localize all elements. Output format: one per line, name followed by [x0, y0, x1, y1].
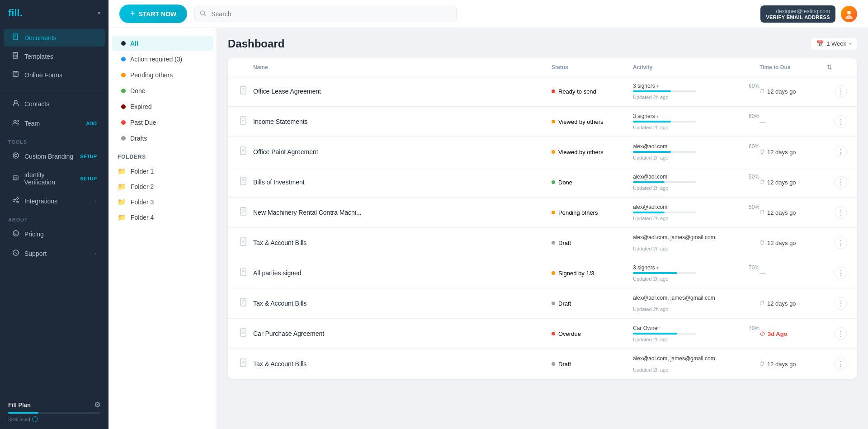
table-row[interactable]: Tax & Account Bills Draft alex@aol.com, … — [228, 228, 857, 258]
clock-icon: ⏱ — [760, 361, 765, 367]
signers-chevron-icon: ▾ — [656, 84, 659, 89]
sidebar-item-templates[interactable]: Templates — [4, 47, 105, 65]
row-menu-button[interactable]: ⋮ — [835, 236, 847, 249]
row-menu-button[interactable]: ⋮ — [835, 267, 847, 279]
status-cell: Draft — [552, 300, 633, 307]
plan-used: 33% used ⓘ — [8, 415, 100, 424]
time-value: 12 days go — [767, 149, 796, 156]
table-row[interactable]: Tax & Account Bills Draft alex@aol.com, … — [228, 349, 857, 379]
plus-icon: + — [130, 9, 135, 19]
filter-item-pending-others[interactable]: Pending others — [112, 67, 213, 83]
status-dot — [552, 332, 555, 335]
plan-settings-icon[interactable]: ⚙ — [94, 401, 100, 409]
sidebar-logo[interactable]: fill. ▾ — [0, 0, 108, 26]
sidebar-bottom: Fill Plan ⚙ 33% used ⓘ — [0, 395, 108, 429]
folder-item-folder4[interactable]: 📁Folder 4 — [108, 210, 217, 225]
document-icon — [235, 177, 253, 188]
folder-icon: 📁 — [118, 183, 126, 191]
row-menu-wrap: ⋮ — [832, 327, 850, 340]
filter-item-all[interactable]: All — [112, 36, 213, 51]
sidebar-item-support[interactable]: ? Support › — [4, 245, 105, 262]
table-row[interactable]: Office Paint Agreement Viewed by others … — [228, 137, 857, 167]
table-row[interactable]: Tax & Account Bills Draft alex@aol.com, … — [228, 288, 857, 319]
sidebar-item-integrations[interactable]: Integrations › — [4, 192, 105, 210]
status-label: Ready to send — [558, 88, 596, 95]
start-now-button[interactable]: + START NOW — [119, 5, 187, 23]
sidebar-item-support-label: Support — [24, 250, 47, 257]
signers-toggle[interactable]: 3 signers▾ — [633, 83, 659, 89]
folders-label: FOLDERS — [108, 146, 217, 164]
folder-label: Folder 1 — [131, 168, 154, 175]
filter-item-done[interactable]: Done — [112, 83, 213, 99]
row-menu-wrap: ⋮ — [832, 206, 850, 219]
activity-bar — [633, 90, 696, 92]
sidebar-item-pricing[interactable]: $ Pricing — [4, 225, 105, 243]
filter-item-action-required[interactable]: Action required (3) — [112, 52, 213, 67]
verify-email-label: VERIFY EMAIL ADDRESS — [766, 14, 830, 20]
identity-verification-icon — [12, 174, 19, 183]
email-verify-button[interactable]: designer@testing.com VERIFY EMAIL ADDRES… — [760, 5, 835, 23]
row-menu-button[interactable]: ⋮ — [835, 146, 847, 158]
row-menu-button[interactable]: ⋮ — [835, 176, 847, 189]
activity-time: Updated 2h ago — [633, 155, 760, 160]
signers-label: 3 signers — [633, 113, 655, 119]
search-input[interactable] — [194, 6, 457, 22]
filter-label-pending-others: Pending others — [130, 71, 173, 79]
row-menu-button[interactable]: ⋮ — [835, 327, 847, 340]
row-menu-button[interactable]: ⋮ — [835, 358, 847, 370]
activity-bar-fill — [633, 181, 665, 183]
filter-label-action-required: Action required (3) — [130, 56, 182, 63]
sidebar-item-documents[interactable]: Documents — [4, 29, 105, 47]
row-menu-button[interactable]: ⋮ — [835, 115, 847, 128]
table-row[interactable]: New Machinery Rental Contra Machi... Pen… — [228, 198, 857, 228]
time-sort-icon[interactable]: ⇅ — [827, 64, 832, 71]
signers-toggle[interactable]: 3 signers▾ — [633, 264, 659, 271]
folder-item-folder2[interactable]: 📁Folder 2 — [108, 179, 217, 194]
activity-bar-fill — [633, 90, 671, 92]
document-name: Office Lease Agreement — [253, 88, 552, 95]
clock-icon: ⏱ — [760, 149, 765, 155]
custom-branding-icon — [12, 152, 20, 160]
signers-toggle[interactable]: 3 signers▾ — [633, 113, 659, 119]
week-filter-button[interactable]: 📅 1 Week ▾ — [811, 37, 857, 50]
activity-bar-empty — [633, 302, 760, 304]
time-value: 12 days go — [767, 300, 796, 307]
folder-icon: 📁 — [118, 213, 126, 222]
filter-item-expired[interactable]: Expired — [112, 99, 213, 114]
sidebar-item-custom-branding[interactable]: Custom Branding SETUP — [4, 147, 105, 165]
activity-bar-fill — [633, 121, 671, 123]
row-menu-button[interactable]: ⋮ — [835, 297, 847, 310]
activity-bar-fill — [633, 333, 677, 335]
sidebar-nav: Documents Templates Online Forms — [0, 26, 108, 86]
table-row[interactable]: Office Lease Agreement Ready to send 3 s… — [228, 76, 857, 107]
activity-top: 3 signers▾ 70% — [633, 264, 760, 271]
svg-point-12 — [14, 120, 16, 123]
folder-item-folder1[interactable]: 📁Folder 1 — [108, 164, 217, 179]
sidebar-item-identity-verification[interactable]: Identity Verification SETUP — [4, 167, 105, 190]
table-row[interactable]: Car Purchase Agreement Overdue Car Owner… — [228, 319, 857, 349]
sidebar-item-contacts[interactable]: Contacts — [4, 95, 105, 113]
svg-point-20 — [13, 199, 15, 202]
svg-rect-6 — [14, 55, 17, 57]
row-menu-wrap: ⋮ — [832, 236, 850, 249]
filter-item-past-due[interactable]: Past Due — [112, 115, 213, 130]
table-row[interactable]: Bills of Investment Done alex@aol.com 50… — [228, 167, 857, 198]
sidebar-item-team[interactable]: Team ADD — [4, 114, 105, 132]
table-row[interactable]: Income Statements Viewed by others 3 sig… — [228, 107, 857, 137]
folder-item-folder3[interactable]: 📁Folder 3 — [108, 194, 217, 210]
activity-pct: 50% — [749, 174, 760, 180]
row-menu-button[interactable]: ⋮ — [835, 85, 847, 98]
week-filter-chevron-icon: ▾ — [849, 41, 851, 46]
sidebar-item-online-forms[interactable]: Online Forms — [4, 66, 105, 84]
filter-item-drafts[interactable]: Drafts — [112, 131, 213, 146]
document-name: All parties signed — [253, 269, 552, 277]
svg-point-22 — [17, 201, 19, 203]
plan-progress-bar — [8, 412, 100, 414]
tools-section-label: TOOLS — [0, 133, 108, 146]
row-menu-button[interactable]: ⋮ — [835, 206, 847, 219]
name-sort-icon[interactable]: ↓ — [270, 65, 272, 70]
filter-list: AllAction required (3)Pending othersDone… — [108, 36, 217, 146]
activity-time: Updated 2h ago — [633, 367, 760, 372]
avatar[interactable] — [841, 6, 857, 22]
table-row[interactable]: All parties signed Signed by 1/3 3 signe… — [228, 258, 857, 288]
